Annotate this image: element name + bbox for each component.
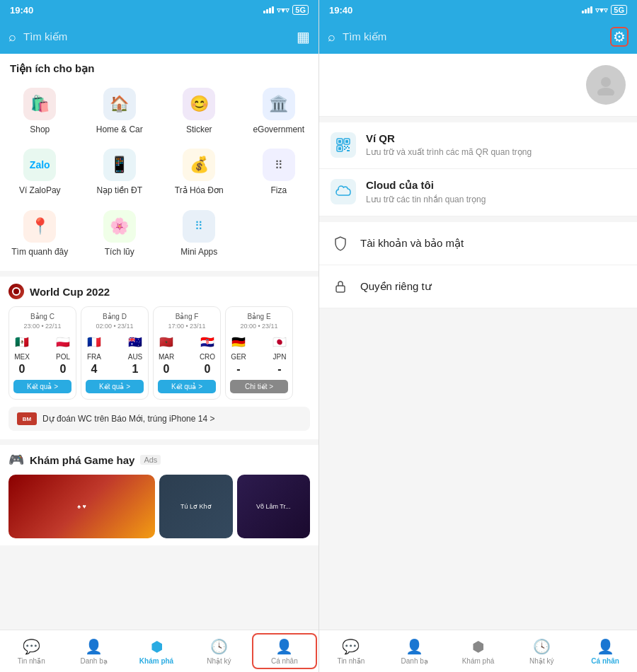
match-btn-4[interactable]: Chi tiết > — [230, 380, 288, 393]
nav-contacts-right[interactable]: 👤 Danh bạ — [383, 630, 447, 672]
utility-item-homecar[interactable]: 🏠 Home & Car — [80, 81, 160, 141]
utility-label-miniapps: Mini Apps — [180, 247, 217, 257]
team-cro: 🇭🇷 CRO 0 — [199, 334, 216, 376]
menu-security[interactable]: Tài khoản và bảo mật — [319, 222, 637, 265]
utility-label-shop: Shop — [30, 124, 50, 134]
score-mex: 0 — [19, 363, 25, 376]
utility-item-napdt[interactable]: 📱 Nạp tiền ĐT — [80, 141, 160, 202]
bottom-nav-right: 💬 Tin nhắn 👤 Danh bạ ⬢ Khám phá 🕓 Nhật k… — [319, 630, 637, 672]
utility-item-shop[interactable]: 🛍️ Shop — [0, 81, 80, 141]
svg-point-1 — [597, 88, 614, 95]
worldcup-section: World Cup 2022 Bảng C 23:00 • 22/11 🇲🇽 M… — [0, 277, 318, 439]
search-placeholder-left[interactable]: Tìm kiếm — [23, 30, 289, 43]
qr-icon — [331, 132, 356, 158]
network-badge-right: 5G — [611, 5, 627, 15]
game-thumb-2[interactable]: Tú Lơ Khơ — [159, 475, 233, 538]
left-main-content: Tiện ích cho bạn 🛍️ Shop 🏠 Home & Car 😊 … — [0, 54, 318, 630]
match-btn-1[interactable]: Kết quả > — [13, 380, 71, 393]
game-thumb-label-2: Tú Lơ Khơ — [178, 500, 214, 513]
nav-explore-right[interactable]: ⬢ Khám phá — [447, 630, 510, 672]
svg-rect-3 — [338, 140, 341, 143]
nav-profile-right[interactable]: 👤 Cá nhân — [573, 630, 637, 672]
team-mar: 🇲🇦 MAR 0 — [158, 334, 175, 376]
nav-diary-left[interactable]: 🕓 Nhật ký — [188, 630, 250, 672]
match-card-3[interactable]: Bảng F 17:00 • 23/11 🇲🇦 MAR 0 🇭🇷 CRO 0 — [153, 306, 221, 400]
sticker-icon: 😊 — [183, 88, 215, 120]
nav-label-explore-right: Khám phá — [462, 657, 495, 665]
qr-button[interactable]: ▦ — [297, 28, 310, 45]
nav-profile-left[interactable]: 👤 Cá nhân — [252, 633, 317, 669]
settings-button[interactable]: ⚙ — [610, 27, 629, 47]
cloud-icon — [331, 179, 356, 204]
divider-1 — [319, 117, 637, 122]
score-aus: 1 — [132, 363, 139, 376]
score-fra: 4 — [91, 363, 98, 376]
svg-rect-9 — [347, 146, 348, 147]
signal-icon-right — [582, 6, 592, 13]
utility-item-tichluy[interactable]: 🌸 Tích lũy — [80, 203, 160, 264]
left-panel: 19:40 ▿▾▿ 5G ⌕ Tìm kiếm ▦ Tiện ích cho b… — [0, 0, 318, 672]
napdt-icon: 📱 — [103, 149, 136, 181]
worldcup-predict-text: Dự đoán WC trên Báo Mới, trúng iPhone 14… — [42, 414, 302, 424]
menu-vi-qr[interactable]: Ví QR Lưu trữ và xuất trình các mã QR qu… — [319, 122, 637, 169]
ads-badge: Ads — [140, 455, 161, 465]
utility-label-fiza: Fiza — [270, 185, 287, 195]
worldcup-title: World Cup 2022 — [30, 286, 110, 298]
signal-icon — [263, 6, 274, 13]
nav-messages-left[interactable]: 💬 Tin nhắn — [0, 630, 62, 672]
match-card-4[interactable]: Bảng E 20:00 • 23/11 🇩🇪 GER - 🇯🇵 JPN - — [225, 306, 293, 400]
match-teams-3: 🇲🇦 MAR 0 🇭🇷 CRO 0 — [158, 334, 216, 376]
score-cro: 0 — [205, 363, 211, 376]
nav-messages-right[interactable]: 💬 Tin nhắn — [319, 630, 383, 672]
status-bar-left: 19:40 ▿▾▿ 5G — [0, 0, 318, 20]
search-bar-left[interactable]: ⌕ Tìm kiếm ▦ — [0, 20, 318, 54]
messages-icon-right: 💬 — [342, 638, 360, 655]
team-mex: 🇲🇽 MEX 0 — [13, 334, 30, 376]
search-icon-right: ⌕ — [328, 30, 335, 45]
svg-rect-11 — [348, 147, 350, 149]
search-placeholder-right[interactable]: Tìm kiếm — [343, 30, 603, 43]
baomoi-logo: BM — [17, 412, 37, 425]
utility-item-egovernment[interactable]: 🏛️ eGovernment — [239, 81, 319, 141]
worldcup-predict-banner[interactable]: BM Dự đoán WC trên Báo Mới, trúng iPhone… — [8, 407, 310, 431]
menu-cloud[interactable]: Cloud của tôi Lưu trữ các tin nhắn quan … — [319, 169, 637, 216]
utility-item-sticker[interactable]: 😊 Sticker — [159, 81, 239, 141]
match-btn-2[interactable]: Kết quả > — [86, 380, 144, 393]
match-card-2[interactable]: Bảng D 02:00 • 23/11 🇫🇷 FRA 4 🇦🇺 AUS 1 — [81, 306, 149, 400]
utility-item-fiza[interactable]: ⠿ Fiza — [239, 141, 319, 202]
svg-point-0 — [601, 77, 611, 87]
profile-icon-left: 👤 — [275, 638, 293, 655]
utility-item-nearby[interactable]: 📍 Tìm quanh đây — [0, 203, 80, 264]
match-btn-3[interactable]: Kết quả > — [158, 380, 216, 393]
utilities-title: Tiện ích cho bạn — [0, 54, 318, 81]
nav-label-messages-right: Tin nhắn — [337, 657, 365, 665]
nav-contacts-left[interactable]: 👤 Danh bạ — [62, 630, 125, 672]
score-jpn: - — [277, 363, 281, 376]
svg-rect-7 — [338, 147, 341, 150]
search-bar-right[interactable]: ⌕ Tìm kiếm ⚙ — [319, 20, 637, 54]
utility-label-homecar: Home & Car — [96, 124, 143, 134]
utility-item-zalopay[interactable]: Zalo Ví ZaloPay — [0, 141, 80, 202]
flag-ger: 🇩🇪 — [230, 334, 247, 351]
time-left: 19:40 — [10, 5, 33, 16]
status-icons-right: ▿▾▿ 5G — [582, 5, 627, 15]
match-card-1[interactable]: Bảng C 23:00 • 22/11 🇲🇽 MEX 0 🇵🇱 POL 0 — [8, 306, 76, 400]
profile-icon-right: 👤 — [597, 638, 614, 655]
utility-item-bill[interactable]: 💰 Trả Hóa Đơn — [159, 141, 239, 202]
explore-icon-right: ⬢ — [472, 638, 484, 655]
nav-explore-left[interactable]: ⬢ Khám phá — [125, 630, 188, 672]
utility-item-miniapps[interactable]: ⠿ Mini Apps — [159, 203, 239, 264]
explore-icon-left: ⬢ — [151, 638, 163, 655]
game-thumb-1[interactable]: ♠ ♥ — [8, 475, 155, 538]
match-time-2: 02:00 • 23/11 — [86, 323, 144, 330]
flag-cro: 🇭🇷 — [199, 334, 216, 351]
contacts-icon-right: 👤 — [406, 638, 423, 655]
right-panel: 19:40 ▿▾▿ 5G ⌕ Tìm kiếm ⚙ — [318, 0, 637, 672]
game-thumb-3[interactable]: Võ Lâm Tr... — [237, 475, 311, 538]
diary-icon-right: 🕓 — [533, 638, 551, 655]
flag-aus: 🇦🇺 — [127, 334, 144, 351]
nav-diary-right[interactable]: 🕓 Nhật ký — [510, 630, 573, 672]
utilities-grid: 🛍️ Shop 🏠 Home & Car 😊 Sticker 🏛️ eGover… — [0, 81, 318, 271]
match-teams-2: 🇫🇷 FRA 4 🇦🇺 AUS 1 — [86, 334, 144, 376]
menu-privacy[interactable]: Quyền riêng tư — [319, 265, 637, 308]
